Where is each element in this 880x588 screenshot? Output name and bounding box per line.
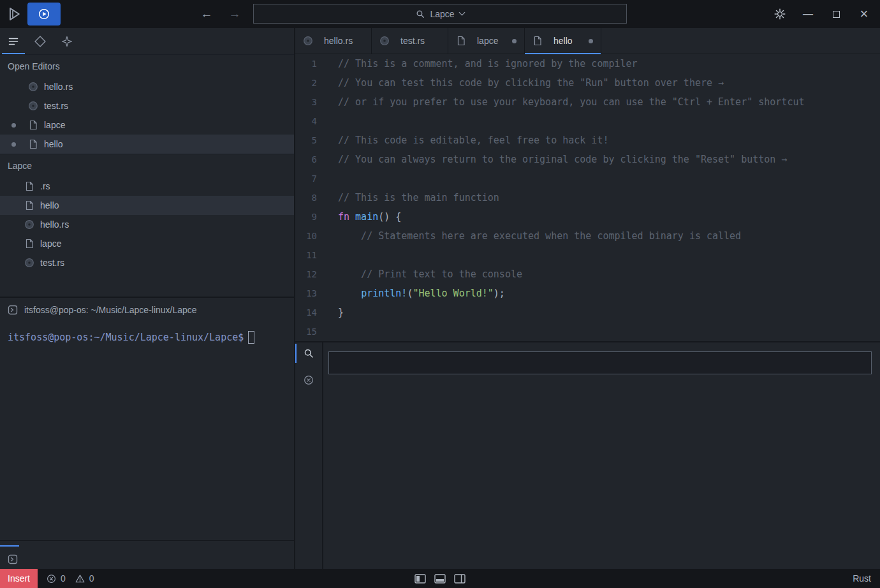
rust-file-icon xyxy=(28,101,38,111)
file-explorer-tab[interactable] xyxy=(0,28,27,54)
tab-label: hello.rs xyxy=(324,36,363,46)
command-palette[interactable]: Lapce xyxy=(253,4,627,24)
remote-icon xyxy=(38,8,50,20)
plugins-icon xyxy=(61,36,73,47)
diagnostics-indicator[interactable]: 0 0 xyxy=(47,573,94,584)
code-token: main xyxy=(355,211,378,223)
line-content: // Print text to the console xyxy=(327,268,522,280)
plugins-tab[interactable] xyxy=(54,28,80,54)
code-token: // or if you prefer to use your keyboard… xyxy=(338,96,805,108)
line-content: // Statements here are executed when the… xyxy=(327,230,741,242)
tab-label: lapce xyxy=(477,36,507,46)
toggle-right-panel-button[interactable] xyxy=(454,574,466,584)
modified-dot-slot xyxy=(11,123,28,128)
line-number: 13 xyxy=(295,288,327,298)
workspace-item-hello-rs[interactable]: hello.rs xyxy=(0,215,294,234)
bottom-panel xyxy=(295,341,880,569)
lapce-window: ← → Lapce — × Open Editors xyxy=(0,0,880,588)
titlebar-left xyxy=(0,3,61,26)
editor-tab-hello-rs[interactable]: hello.rs xyxy=(295,28,372,54)
file-icon xyxy=(24,239,34,249)
forward-button[interactable]: → xyxy=(227,7,242,21)
remote-connection-button[interactable] xyxy=(27,3,61,26)
warning-icon xyxy=(75,574,85,584)
code-editor[interactable]: 1 // This is a comment, and is ignored b… xyxy=(295,54,880,341)
file-label: test.rs xyxy=(44,101,68,111)
file-icon xyxy=(24,200,34,210)
file-label: .rs xyxy=(40,181,50,191)
layout-right-icon xyxy=(454,574,466,584)
code-line: 2 // You can test this code by clicking … xyxy=(295,73,880,92)
open-editor-item-lapce[interactable]: lapce xyxy=(0,115,294,135)
editor-tab-lapce[interactable]: lapce xyxy=(448,28,525,54)
line-number: 6 xyxy=(295,154,327,165)
language-indicator[interactable]: Rust xyxy=(853,573,880,584)
code-token: fn xyxy=(338,211,355,223)
tab-label: hello xyxy=(554,36,583,46)
open-editor-item-test-rs[interactable]: test.rs xyxy=(0,96,294,115)
sidebar: Open Editors hello.rs test.rs lapce hell… xyxy=(0,28,295,569)
terminal-title: itsfoss@pop-os: ~/Music/Lapce-linux/Lapc… xyxy=(24,305,197,315)
file-explorer-icon xyxy=(8,36,19,47)
line-content: // You can test this code by clicking th… xyxy=(327,77,724,89)
modified-dot xyxy=(11,142,16,147)
code-token: // Print text to the console xyxy=(338,268,522,280)
code-token: } xyxy=(338,307,344,318)
open-editor-item-hello-rs[interactable]: hello.rs xyxy=(0,77,294,96)
panel-search-button[interactable] xyxy=(295,342,322,364)
terminal-cursor xyxy=(248,331,254,344)
close-button[interactable]: × xyxy=(853,3,875,25)
workspace-header[interactable]: Lapce xyxy=(0,154,294,177)
line-content: } xyxy=(327,307,344,318)
search-icon xyxy=(304,348,314,358)
file-label: hello.rs xyxy=(40,219,69,230)
code-line: 5 // This code is editable, feel free to… xyxy=(295,131,880,150)
workspace-item-test-rs[interactable]: test.rs xyxy=(0,253,294,272)
panel-problems-button[interactable] xyxy=(295,369,322,391)
source-control-icon xyxy=(34,36,46,47)
toggle-left-panel-button[interactable] xyxy=(414,574,426,584)
file-label: lapce xyxy=(44,120,65,130)
layout-left-icon xyxy=(414,574,426,584)
code-line: 7 xyxy=(295,169,880,188)
workspace-item-lapce[interactable]: lapce xyxy=(0,234,294,253)
line-number: 10 xyxy=(295,231,327,241)
toggle-bottom-panel-button[interactable] xyxy=(434,574,446,584)
line-content: // This code is editable, feel free to h… xyxy=(327,135,608,146)
sidebar-spacer xyxy=(0,272,294,297)
open-editor-item-hello[interactable]: hello xyxy=(0,135,294,154)
code-token: // Statements here are executed when the… xyxy=(338,230,741,242)
workspace-item-rs[interactable]: .rs xyxy=(0,177,294,196)
file-icon xyxy=(28,139,38,149)
statusbar: Insert 0 0 Rust xyxy=(0,569,880,588)
minimize-button[interactable]: — xyxy=(797,3,819,25)
code-line: 8 // This is the main function xyxy=(295,188,880,207)
modified-dot xyxy=(589,39,593,43)
terminal-icon xyxy=(8,554,18,564)
source-control-tab[interactable] xyxy=(27,28,54,54)
code-token: ); xyxy=(494,288,505,299)
open-editors-header[interactable]: Open Editors xyxy=(0,54,294,77)
code-token: // You can always return to the original… xyxy=(338,154,787,165)
editor-tab-test-rs[interactable]: test.rs xyxy=(372,28,448,54)
search-input[interactable] xyxy=(328,351,872,374)
line-number: 12 xyxy=(295,269,327,279)
line-content: // This is a comment, and is ignored by … xyxy=(327,58,638,70)
layout-toggle-group xyxy=(414,574,466,584)
line-content: // This is the main function xyxy=(327,192,499,203)
back-button[interactable]: ← xyxy=(199,7,214,21)
terminal-header[interactable]: itsfoss@pop-os: ~/Music/Lapce-linux/Lapc… xyxy=(0,298,294,322)
line-number: 11 xyxy=(295,250,327,260)
problems-icon xyxy=(304,375,314,385)
terminal-body[interactable]: itsfoss@pop-os:~/Music/Lapce-linux/Lapce… xyxy=(0,322,294,540)
main-area: Open Editors hello.rs test.rs lapce hell… xyxy=(0,28,880,569)
maximize-button[interactable] xyxy=(825,3,847,25)
settings-button[interactable] xyxy=(769,3,791,25)
file-icon xyxy=(28,120,38,130)
code-line: 15 xyxy=(295,322,880,341)
workspace-item-hello[interactable]: hello xyxy=(0,196,294,215)
editor-tab-hello[interactable]: hello xyxy=(525,28,601,54)
terminal-toggle-button[interactable] xyxy=(8,554,18,564)
line-number: 5 xyxy=(295,135,327,145)
file-label: hello.rs xyxy=(44,82,73,92)
